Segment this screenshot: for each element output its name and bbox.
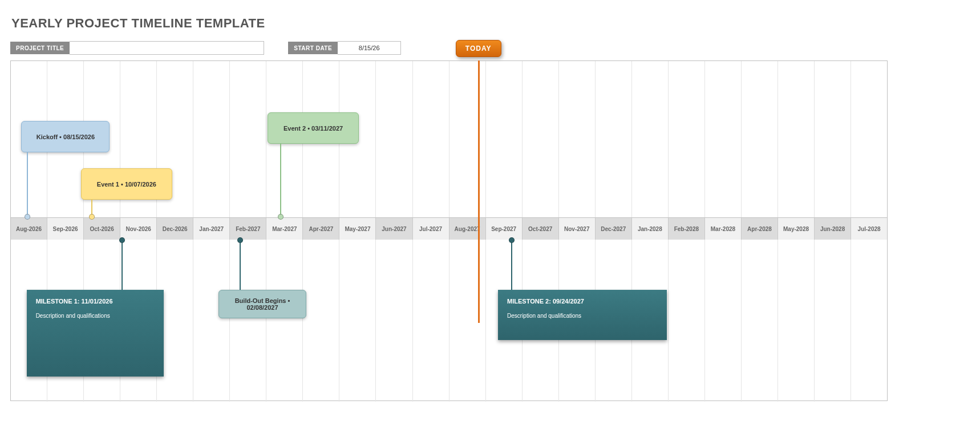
project-title-label: PROJECT TITLE [10,42,70,54]
month-Oct-2027: Oct-2027 [523,218,559,240]
month-Dec-2026: Dec-2026 [157,218,193,240]
milestone2-dot [509,237,515,243]
project-title-input[interactable] [70,41,264,55]
milestone1-desc: Description and qualifications [36,313,155,319]
page-title: YEARLY PROJECT TIMELINE TEMPLATE [11,16,932,31]
event2-stem [280,144,281,216]
month-Feb-2027: Feb-2027 [230,218,266,240]
month-Apr-2028: Apr-2028 [742,218,778,240]
lower-lane: MILESTONE 1: 11/01/2026Description and q… [11,240,887,402]
month-Jun-2027: Jun-2027 [376,218,412,240]
milestone2-stem [511,240,512,290]
milestone2-desc: Description and qualifications [507,313,658,319]
kickoff-stem [27,152,28,216]
month-May-2027: May-2027 [339,218,376,240]
month-Jun-2028: Jun-2028 [815,218,851,240]
buildout-card[interactable]: Build-Out Begins • 02/08/2027 [218,290,306,318]
milestone1-dot [119,237,125,243]
month-Aug-2027: Aug-2027 [449,218,486,240]
kickoff-dot [25,214,30,220]
event1-card[interactable]: Event 1 • 10/07/2026 [81,168,172,200]
timeline: TODAY Kickoff • 08/15/2026Event 1 • 10/0… [10,60,888,401]
month-Nov-2027: Nov-2027 [559,218,596,240]
buildout-dot [237,237,243,243]
today-badge: TODAY [456,40,501,57]
event2-dot [278,214,284,220]
milestone1-stem [122,240,123,290]
month-Feb-2028: Feb-2028 [669,218,705,240]
milestone2-title: MILESTONE 2: 09/24/2027 [507,298,658,305]
month-Apr-2027: Apr-2027 [303,218,339,240]
month-Jul-2028: Jul-2028 [851,218,887,240]
start-date-input[interactable]: 8/15/26 [338,41,401,55]
month-Sep-2026: Sep-2026 [47,218,84,240]
month-Sep-2027: Sep-2027 [486,218,523,240]
month-Aug-2026: Aug-2026 [11,218,47,240]
month-axis: Aug-2026Sep-2026Oct-2026Nov-2026Dec-2026… [11,218,887,240]
event2-card[interactable]: Event 2 • 03/11/2027 [268,112,359,144]
milestone1-card[interactable]: MILESTONE 1: 11/01/2026Description and q… [27,290,164,377]
milestone2-card[interactable]: MILESTONE 2: 09/24/2027Description and q… [498,290,667,340]
month-Jul-2027: Jul-2027 [413,218,449,240]
buildout-stem [240,240,241,290]
month-Mar-2028: Mar-2028 [705,218,742,240]
month-Jan-2028: Jan-2028 [632,218,669,240]
upper-lane: Kickoff • 08/15/2026Event 1 • 10/07/2026… [11,60,887,218]
month-May-2028: May-2028 [778,218,815,240]
kickoff-card[interactable]: Kickoff • 08/15/2026 [21,121,110,152]
month-Dec-2027: Dec-2027 [596,218,632,240]
month-Oct-2026: Oct-2026 [84,218,120,240]
milestone1-title: MILESTONE 1: 11/01/2026 [36,298,155,305]
month-Jan-2027: Jan-2027 [193,218,230,240]
today-line [478,60,480,323]
month-Mar-2027: Mar-2027 [266,218,303,240]
month-Nov-2026: Nov-2026 [120,218,157,240]
start-date-label: START DATE [288,42,338,54]
